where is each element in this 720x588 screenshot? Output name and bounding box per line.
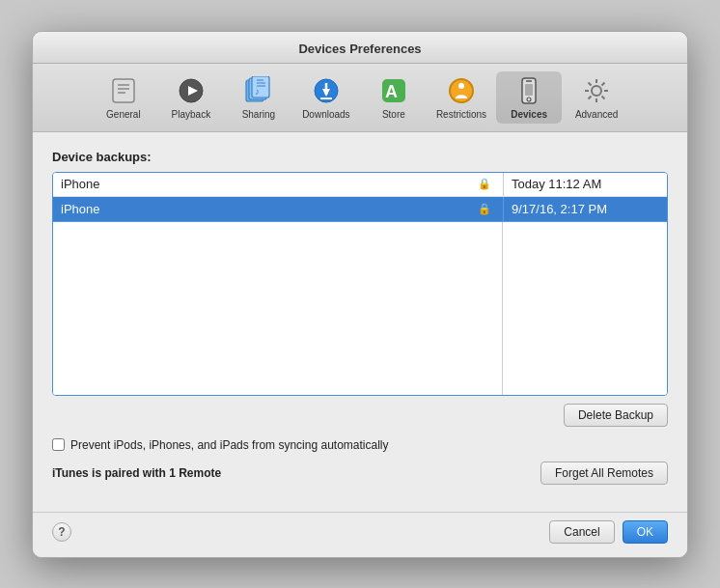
- tab-restrictions[interactable]: Restrictions: [429, 71, 494, 124]
- tab-playback[interactable]: Playback: [158, 71, 224, 124]
- prevent-sync-checkbox[interactable]: [52, 438, 65, 451]
- ok-button[interactable]: OK: [623, 520, 668, 544]
- tab-restrictions-label: Restrictions: [436, 109, 486, 120]
- toolbar: General Playback ♪: [33, 64, 687, 132]
- titlebar: Devices Preferences: [33, 32, 687, 64]
- tab-sharing-label: Sharing: [242, 109, 275, 120]
- svg-point-19: [450, 79, 473, 102]
- window-title: Devices Preferences: [298, 42, 421, 56]
- tab-advanced-label: Advanced: [575, 109, 618, 120]
- advanced-icon: [581, 75, 612, 106]
- preferences-window: Devices Preferences General Pla: [32, 31, 688, 558]
- svg-point-25: [592, 86, 601, 96]
- cancel-button[interactable]: Cancel: [549, 520, 614, 544]
- general-icon: [108, 75, 139, 106]
- delete-backup-button[interactable]: Delete Backup: [564, 404, 668, 427]
- backup-device-name-2: iPhone: [61, 202, 478, 216]
- svg-rect-0: [113, 79, 134, 102]
- backup-date: Today 11:12 AM: [512, 177, 601, 191]
- prevent-sync-label: Prevent iPods, iPhones, and iPads from s…: [70, 438, 389, 452]
- footer: ? Cancel OK: [33, 512, 687, 557]
- forget-remotes-button[interactable]: Forget All Remotes: [540, 462, 668, 485]
- tab-advanced[interactable]: Advanced: [564, 71, 629, 124]
- help-button[interactable]: ?: [52, 522, 71, 542]
- svg-line-32: [602, 82, 605, 85]
- backup-empty-area: [53, 222, 667, 394]
- svg-line-30: [589, 82, 592, 85]
- devices-icon: [513, 75, 544, 106]
- tab-devices[interactable]: Devices: [496, 71, 562, 124]
- tab-sharing[interactable]: ♪ Sharing: [226, 71, 291, 124]
- sharing-icon: ♪: [243, 75, 274, 106]
- restrictions-icon: [446, 75, 477, 106]
- lock-icon-2: 🔒: [478, 203, 491, 215]
- svg-point-20: [458, 83, 464, 89]
- backup-device-name: iPhone: [61, 177, 478, 191]
- tab-store[interactable]: A Store: [361, 71, 427, 124]
- tab-downloads-label: Downloads: [302, 109, 349, 120]
- svg-text:♪: ♪: [255, 86, 260, 97]
- svg-line-33: [589, 96, 592, 98]
- backup-table: iPhone 🔒 Today 11:12 AM iPhone 🔒 9/17/16…: [52, 172, 668, 396]
- table-row[interactable]: iPhone 🔒 9/17/16, 2:17 PM: [53, 197, 667, 222]
- footer-buttons: Cancel OK: [549, 520, 668, 544]
- table-inner: iPhone 🔒 Today 11:12 AM iPhone 🔒 9/17/16…: [53, 173, 667, 395]
- delete-row: Delete Backup: [52, 404, 668, 427]
- prevent-sync-row: Prevent iPods, iPhones, and iPads from s…: [52, 438, 668, 452]
- tab-devices-label: Devices: [511, 109, 547, 120]
- paired-label: iTunes is paired with 1 Remote: [52, 466, 221, 480]
- table-row[interactable]: iPhone 🔒 Today 11:12 AM: [53, 173, 667, 198]
- tab-playback-label: Playback: [172, 109, 211, 120]
- tab-downloads[interactable]: Downloads: [293, 71, 359, 124]
- main-content: Device backups: iPhone 🔒 Today 11:12 AM: [33, 132, 687, 512]
- store-icon: A: [378, 75, 409, 106]
- backup-date-2: 9/17/16, 2:17 PM: [512, 202, 607, 216]
- svg-rect-24: [525, 84, 533, 96]
- lock-icon: 🔒: [478, 178, 491, 190]
- svg-text:A: A: [385, 82, 398, 101]
- tab-general-label: General: [106, 109, 141, 120]
- tab-store-label: Store: [382, 109, 405, 120]
- svg-line-31: [602, 96, 605, 98]
- paired-row: iTunes is paired with 1 Remote Forget Al…: [52, 462, 668, 485]
- tab-general[interactable]: General: [91, 71, 156, 124]
- downloads-icon: [311, 75, 342, 106]
- section-label: Device backups:: [52, 150, 668, 164]
- playback-icon: [176, 75, 207, 106]
